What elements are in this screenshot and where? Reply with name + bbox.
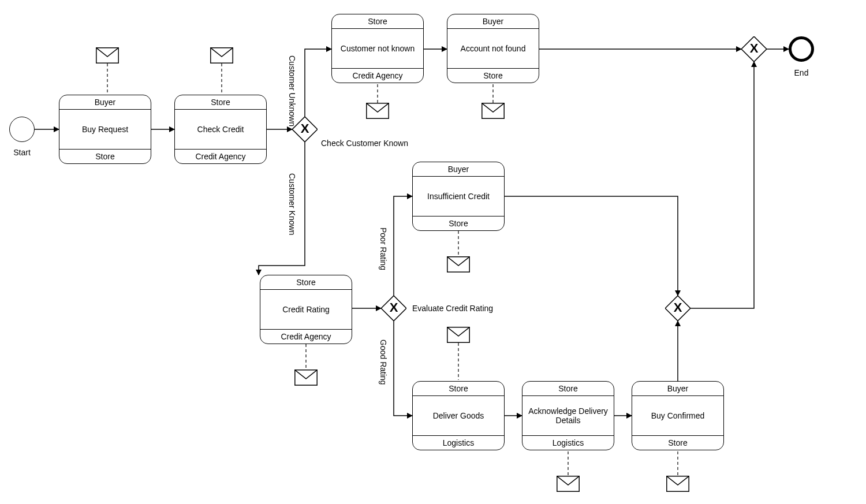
activity-body: Credit Rating xyxy=(260,290,352,329)
end-event xyxy=(789,36,814,62)
message-icon xyxy=(481,103,505,119)
start-label: Start xyxy=(7,148,37,157)
gateway1-label: Check Customer Known xyxy=(321,139,408,148)
activity-check-credit: Store Check Credit Credit Agency xyxy=(174,95,267,164)
lane-top: Store xyxy=(332,14,423,29)
message-icon xyxy=(294,369,318,386)
activity-deliver-goods: Store Deliver Goods Logistics xyxy=(412,381,505,450)
xor-icon: X xyxy=(750,41,759,56)
gateway-evaluate-credit-rating: X xyxy=(381,296,406,321)
lane-bottom: Store xyxy=(632,435,723,450)
message-icon xyxy=(96,47,119,64)
lane-bottom: Store xyxy=(413,216,504,230)
edge-label-customer-unknown: Customer Unknown xyxy=(288,55,297,126)
lane-top: Store xyxy=(522,382,614,396)
activity-body: Account not found xyxy=(447,29,539,68)
xor-icon: X xyxy=(674,300,682,315)
gateway2-label: Evaluate Credit Rating xyxy=(412,304,493,313)
activity-credit-rating: Store Credit Rating Credit Agency xyxy=(260,275,352,344)
activity-body: Buy Confirmed xyxy=(632,396,723,435)
activity-body: Check Credit xyxy=(175,110,266,149)
edge-label-good-rating: Good Rating xyxy=(379,339,388,385)
lane-bottom: Logistics xyxy=(522,435,614,450)
lane-bottom: Credit Agency xyxy=(260,329,352,344)
activity-buy-request: Buyer Buy Request Store xyxy=(59,95,151,164)
activity-body: Insufficient Credit xyxy=(413,177,504,216)
gateway-merge-top: X xyxy=(741,36,767,62)
lane-top: Buyer xyxy=(413,162,504,177)
activity-insufficient-credit: Buyer Insufficient Credit Store xyxy=(412,162,505,231)
message-icon xyxy=(210,47,233,64)
lane-top: Buyer xyxy=(59,95,151,110)
edge-label-poor-rating: Poor Rating xyxy=(379,227,388,270)
message-icon xyxy=(666,476,689,492)
lane-bottom: Store xyxy=(447,68,539,83)
lane-top: Buyer xyxy=(632,382,723,396)
activity-ack-delivery: Store Acknowledge Delivery Details Logis… xyxy=(522,381,614,450)
bpmn-diagram: Start End Buyer Buy Request Store Store … xyxy=(0,0,866,504)
edge-label-customer-known: Customer Known xyxy=(288,173,297,235)
lane-top: Store xyxy=(260,275,352,290)
lane-bottom: Credit Agency xyxy=(332,68,423,83)
activity-account-not-found: Buyer Account not found Store xyxy=(447,14,539,83)
activity-buy-confirmed: Buyer Buy Confirmed Store xyxy=(632,381,724,450)
activity-body: Deliver Goods xyxy=(413,396,504,435)
xor-icon: X xyxy=(301,121,309,136)
lane-top: Buyer xyxy=(447,14,539,29)
message-icon xyxy=(366,103,389,119)
gateway-merge-mid: X xyxy=(665,296,690,321)
lane-bottom: Store xyxy=(59,149,151,163)
activity-body: Acknowledge Delivery Details xyxy=(522,396,614,435)
lane-bottom: Credit Agency xyxy=(175,149,266,163)
start-event xyxy=(9,117,35,142)
activity-customer-not-known: Store Customer not known Credit Agency xyxy=(331,14,424,83)
message-icon xyxy=(447,327,470,343)
message-icon xyxy=(557,476,580,492)
activity-body: Customer not known xyxy=(332,29,423,68)
lane-top: Store xyxy=(413,382,504,396)
lane-bottom: Logistics xyxy=(413,435,504,450)
lane-top: Store xyxy=(175,95,266,110)
activity-body: Buy Request xyxy=(59,110,151,149)
message-icon xyxy=(447,256,470,272)
end-label: End xyxy=(785,68,818,77)
xor-icon: X xyxy=(390,300,398,315)
